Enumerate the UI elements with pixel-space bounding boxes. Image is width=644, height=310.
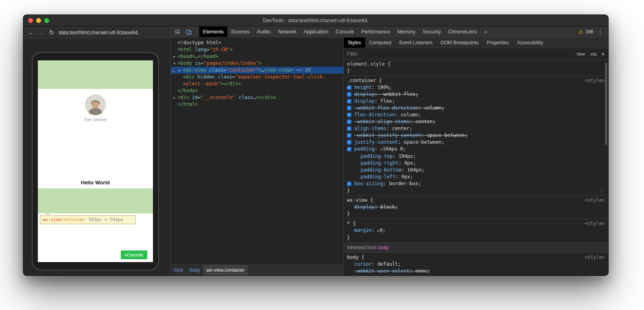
devtools-region: ElementsSourcesAuditsNetworkApplicationC… — [171, 27, 608, 275]
style-rule: .container {<style>✓height: 100%;✓displa… — [344, 76, 608, 196]
devtools-tab-performance[interactable]: Performance — [358, 27, 394, 37]
style-origin-link[interactable]: <style> — [584, 78, 605, 83]
rule-overflow-menu-icon[interactable]: ⋮ — [599, 188, 604, 194]
css-property[interactable]: display: block; — [344, 204, 608, 211]
zoom-window-button[interactable] — [44, 18, 49, 23]
property-checkbox[interactable]: ✓ — [347, 140, 351, 145]
devtools-tab-audits[interactable]: Audits — [253, 27, 275, 37]
styles-tab-styles[interactable]: Styles — [344, 37, 365, 48]
css-property[interactable]: padding-top: 104px; — [344, 153, 608, 160]
css-property[interactable]: -webkit-user-select: none; — [344, 268, 608, 275]
devtools-tab-memory[interactable]: Memory — [394, 27, 419, 37]
property-checkbox[interactable]: ✓ — [347, 92, 351, 97]
css-property[interactable]: ✓-webkit-flex-direction: column; — [344, 105, 608, 112]
css-property[interactable]: ✓display: -webkit-flex; — [344, 91, 608, 98]
devtools-tab-network[interactable]: Network — [275, 27, 300, 37]
property-checkbox[interactable]: ✓ — [347, 85, 351, 90]
devtools-tabbar: ElementsSourcesAuditsNetworkApplicationC… — [171, 27, 608, 37]
dom-tree-node[interactable]: </body> — [171, 87, 343, 94]
css-property[interactable]: margin: ▸0; — [344, 227, 608, 234]
style-rule: wx-view {<style>display: block;} — [344, 196, 608, 219]
css-property[interactable]: ✓box-sizing: border-box; — [344, 180, 608, 187]
devtools-tab-chromelens[interactable]: ChromeLens — [444, 27, 481, 37]
style-rule: body {<style>cursor: default;-webkit-use… — [344, 253, 608, 275]
dom-tree-node[interactable]: <html lang="zh-CN"> — [171, 46, 343, 53]
dom-tree-node[interactable]: <div hidden class="exparser-inspector-to… — [171, 74, 343, 81]
devtools-window: DevTools - data:text/html;charset=utf-8;… — [23, 14, 609, 276]
back-icon[interactable]: ← — [28, 27, 34, 39]
vconsole-button[interactable]: vConsole — [121, 250, 147, 259]
devtools-tab-»[interactable]: » — [481, 27, 491, 37]
styles-tab-properties[interactable]: Properties — [483, 37, 513, 48]
css-property[interactable]: ✓-webkit-justify-content: space-between; — [344, 132, 608, 139]
disclosure-arrow-icon[interactable]: ▸ — [179, 67, 183, 74]
styles-sidebar: StylesComputedEvent ListenersDOM Breakpo… — [344, 37, 608, 275]
dom-tree-node[interactable]: select--mask"></div> — [171, 81, 343, 87]
property-checkbox[interactable]: ✓ — [347, 106, 351, 110]
styles-tab-dom-breakpoints[interactable]: DOM Breakpoints — [437, 37, 483, 48]
css-property[interactable]: ✓-webkit-align-items: center; — [344, 118, 608, 125]
style-origin-link[interactable]: <style> — [584, 254, 605, 260]
css-property[interactable]: user-select: none; — [344, 275, 608, 275]
reload-icon[interactable]: ↻ — [49, 27, 54, 39]
property-checkbox[interactable]: ✓ — [347, 182, 351, 186]
css-property[interactable]: padding-left: 0px; — [344, 174, 608, 180]
devtools-tab-application[interactable]: Application — [300, 27, 332, 37]
breadcrumb-item[interactable]: html — [171, 265, 186, 276]
devtools-tab-sources[interactable]: Sources — [227, 27, 253, 37]
property-checkbox[interactable]: ✓ — [347, 147, 351, 151]
disclosure-arrow-icon[interactable]: ▸ — [173, 53, 178, 60]
css-property[interactable]: ✓height: 100%; — [344, 84, 608, 91]
inspect-element-icon[interactable] — [172, 27, 183, 37]
console-warning-badge[interactable]: ⚠ 166 — [578, 29, 593, 35]
styles-tab-event-listeners[interactable]: Event Listeners — [395, 37, 437, 48]
dom-tree-node[interactable]: ▾<body is="pages/index/index"> — [171, 60, 343, 67]
pseudo-state-toggle[interactable]: :hov — [576, 52, 585, 56]
devtools-menu-icon[interactable]: ⋮ — [597, 28, 603, 35]
css-property[interactable]: padding-right: 0px; — [344, 160, 608, 167]
style-origin-link[interactable]: <style> — [584, 197, 605, 203]
user-name-label: Tom Steiner — [38, 117, 153, 122]
dom-tree-node[interactable]: </html> — [171, 101, 343, 108]
device-toolbar-icon[interactable] — [184, 27, 194, 37]
close-window-button[interactable] — [28, 18, 33, 23]
css-property[interactable]: ✓padding: ▾104px 0; — [344, 146, 608, 153]
new-style-rule-icon[interactable]: + — [601, 50, 605, 58]
css-property[interactable]: ✓flex-direction: column; — [344, 112, 608, 118]
styles-tab-computed[interactable]: Computed — [365, 37, 395, 48]
devtools-tab-console[interactable]: Console — [332, 27, 358, 37]
disclosure-arrow-icon[interactable]: ▾ — [173, 60, 178, 67]
css-property[interactable]: cursor: default; — [344, 261, 608, 268]
devtools-tabs: ElementsSourcesAuditsNetworkApplicationC… — [199, 27, 491, 37]
property-checkbox[interactable]: ✓ — [347, 126, 351, 131]
css-property[interactable]: ✓display: flex; — [344, 98, 608, 105]
dom-tree-node[interactable]: ▸<head>…</head> — [171, 53, 343, 60]
style-origin-link[interactable]: <style> — [584, 221, 605, 226]
dom-tree-node[interactable]: …▸<wx-view class="container">…</wx-view>… — [171, 67, 343, 74]
dom-tree-node[interactable]: <!doctype html> — [171, 39, 343, 46]
css-property[interactable]: padding-bottom: 104px; — [344, 167, 608, 174]
devtools-tab-security[interactable]: Security — [419, 27, 444, 37]
property-checkbox[interactable]: ✓ — [347, 120, 351, 124]
address-bar[interactable]: data:text/html;charset=utf-8;base64, — [59, 30, 139, 35]
css-property[interactable]: ✓align-items: center; — [344, 125, 608, 132]
property-checkbox[interactable]: ✓ — [347, 99, 351, 103]
minimize-window-button[interactable] — [36, 18, 41, 23]
scrollbar-thumb[interactable] — [605, 62, 607, 145]
property-checkbox[interactable]: ✓ — [347, 113, 351, 117]
breadcrumb: htmlbodywx-view.container — [171, 265, 343, 275]
styles-filter-input[interactable]: Filter — [347, 51, 571, 57]
css-property[interactable]: ✓justify-content: space-between; — [344, 139, 608, 146]
elements-tree: <!doctype html><html lang="zh-CN">▸<head… — [171, 37, 343, 265]
forward-icon[interactable]: → — [39, 27, 45, 39]
element-classes-toggle[interactable]: .cls — [590, 52, 597, 56]
styles-tab-accessibility[interactable]: Accessibility — [513, 37, 547, 48]
property-checkbox[interactable]: ✓ — [347, 133, 351, 138]
breadcrumb-item[interactable]: body — [186, 265, 203, 276]
inherited-node-link[interactable]: body — [378, 245, 388, 250]
breadcrumb-item[interactable]: wx-view.container — [203, 265, 248, 276]
disclosure-arrow-icon[interactable]: ▸ — [173, 94, 178, 101]
dom-tree-node[interactable]: ▸<div id="__vconsole" class…></div> — [171, 94, 343, 101]
devtools-tab-elements[interactable]: Elements — [199, 27, 227, 37]
overflow-gutter-icon: … — [172, 67, 175, 74]
